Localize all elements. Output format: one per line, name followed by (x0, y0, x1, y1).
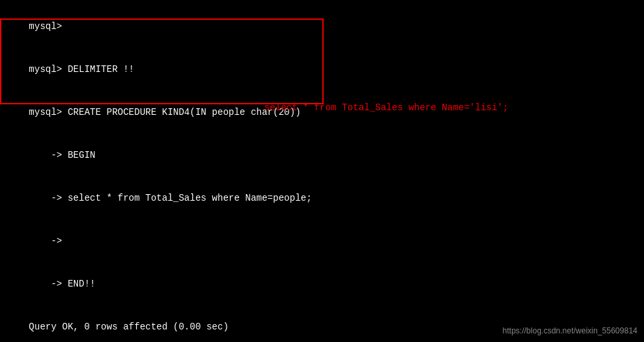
prompt-4: -> (29, 150, 68, 160)
cmd-8: Query OK, 0 rows affected (0.00 sec) (29, 322, 229, 332)
line-2: mysql> DELIMITER !! (7, 48, 637, 91)
line-6: -> (7, 220, 637, 263)
line-1: mysql> (7, 5, 637, 48)
prompt-1: mysql> (29, 21, 68, 32)
prompt-3: mysql> (29, 107, 68, 118)
line-7: -> END!! (7, 263, 637, 306)
annotation-select: select * from Total_Sales where Name='li… (264, 102, 509, 113)
terminal: mysql> mysql> DELIMITER !! mysql> CREATE… (0, 0, 644, 342)
prompt-2: mysql> (29, 64, 68, 75)
prompt-5: -> (29, 193, 68, 203)
line-8: Query OK, 0 rows affected (0.00 sec) (7, 306, 637, 342)
cmd-4: BEGIN (67, 150, 95, 160)
cmd-5: select * from Total_Sales where Name=peo… (67, 193, 312, 203)
line-5: -> select * from Total_Sales where Name=… (7, 177, 637, 220)
cmd-7: END!! (67, 279, 95, 289)
line-4: -> BEGIN (7, 134, 637, 177)
prompt-6: -> (29, 236, 68, 246)
annotation-select-text: select * from Total_Sales where Name='li… (264, 102, 509, 113)
watermark: https://blog.csdn.net/weixin_55609814 (503, 326, 637, 335)
cmd-2: DELIMITER !! (67, 64, 134, 75)
prompt-7: -> (29, 279, 68, 289)
